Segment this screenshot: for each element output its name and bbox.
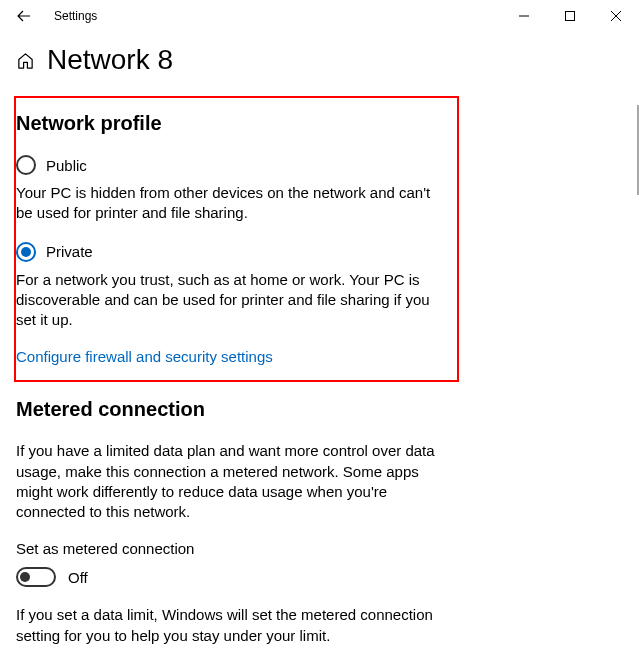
metered-description: If you have a limited data plan and want… (16, 441, 436, 522)
data-limit-description: If you set a data limit, Windows will se… (16, 605, 436, 646)
svg-rect-0 (566, 12, 575, 21)
radio-dot-icon (21, 247, 31, 257)
page-header: Network 8 (16, 44, 623, 76)
radio-indicator (16, 242, 36, 262)
minimize-button[interactable] (501, 0, 547, 32)
home-button[interactable] (16, 51, 35, 70)
toggle-knob-icon (20, 572, 30, 582)
back-arrow-icon (16, 8, 32, 24)
metered-connection-section: Metered connection If you have a limited… (16, 398, 623, 648)
radio-public[interactable]: Public (16, 155, 445, 175)
private-description: For a network you trust, such as at home… (16, 270, 436, 331)
close-button[interactable] (593, 0, 639, 32)
title-bar: Settings (0, 0, 639, 32)
maximize-button[interactable] (547, 0, 593, 32)
window-title: Settings (44, 9, 97, 23)
back-button[interactable] (4, 0, 44, 32)
radio-indicator (16, 155, 36, 175)
radio-private[interactable]: Private (16, 242, 445, 262)
toggle-heading: Set as metered connection (16, 540, 623, 557)
metered-toggle[interactable] (16, 567, 56, 587)
minimize-icon (519, 11, 529, 21)
toggle-state-label: Off (68, 569, 88, 586)
close-icon (611, 11, 621, 21)
section-heading-network-profile: Network profile (16, 112, 445, 135)
network-profile-section: Network profile Public Your PC is hidden… (14, 96, 459, 382)
maximize-icon (565, 11, 575, 21)
section-heading-metered: Metered connection (16, 398, 623, 421)
public-description: Your PC is hidden from other devices on … (16, 183, 436, 224)
content-area: Network 8 Network profile Public Your PC… (0, 32, 639, 648)
caption-buttons (501, 0, 639, 32)
radio-label-public: Public (46, 157, 87, 174)
firewall-settings-link[interactable]: Configure firewall and security settings (16, 348, 273, 365)
page-title: Network 8 (47, 44, 173, 76)
metered-toggle-row: Off (16, 567, 623, 587)
radio-label-private: Private (46, 243, 93, 260)
home-icon (16, 51, 35, 70)
